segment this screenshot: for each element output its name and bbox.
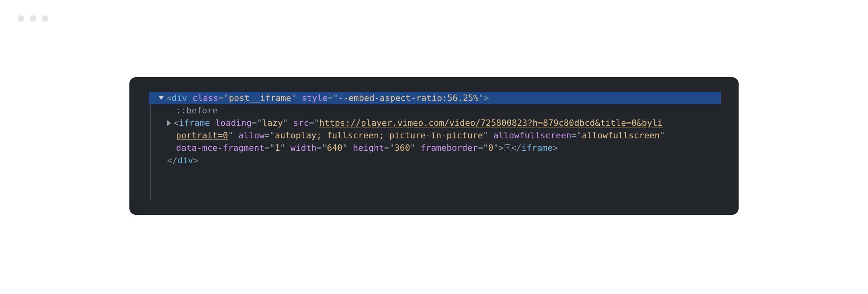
attr-value: 360 (395, 143, 410, 153)
quote: " (493, 143, 499, 153)
bracket: </ (511, 143, 522, 153)
quote: " (410, 143, 416, 153)
space (233, 130, 238, 140)
eq: =" (264, 143, 275, 153)
window-dot (18, 15, 24, 22)
disclosure-triangle-right-icon[interactable] (167, 120, 171, 126)
eq: =" (309, 118, 319, 128)
bracket: > (553, 143, 558, 153)
devtools-elements-panel[interactable]: <div class="post__iframe" style="--embed… (129, 77, 739, 215)
tag-name: div (172, 93, 187, 103)
pseudo-element-label: ::before (176, 105, 218, 115)
space (297, 93, 302, 103)
pseudo-before[interactable]: ::before (176, 104, 721, 117)
attr-height: height (353, 143, 384, 153)
attr-allowfullscreen: allowfullscreen (493, 130, 571, 140)
attr-loading: loading (215, 118, 252, 128)
quote: " (291, 93, 297, 103)
attr-src: src (293, 118, 309, 128)
attr-frameborder: frameborder (421, 143, 478, 153)
dom-node-iframe[interactable]: <iframe loading="lazy" src="https://play… (167, 117, 721, 129)
attr-value: 1 (275, 143, 280, 153)
eq: =" (328, 93, 338, 103)
attr-value: 0 (488, 143, 493, 153)
quote: " (280, 143, 285, 153)
tag-name: iframe (179, 118, 210, 128)
dom-children: ::before <iframe loading="lazy" src="htt… (147, 104, 721, 167)
bracket: < (166, 93, 172, 103)
quote: " (283, 118, 288, 128)
tag-name: iframe (522, 143, 553, 153)
space (187, 93, 192, 103)
quote: " (479, 93, 484, 103)
attr-width: width (291, 143, 317, 153)
attr-value-url[interactable]: https://player.vimeo.com/video/725800823… (319, 118, 663, 128)
space (488, 130, 493, 140)
dom-node-div-close[interactable]: </div> (167, 154, 721, 167)
attr-value: 640 (327, 143, 342, 153)
space (416, 143, 421, 153)
attr-value: autoplay; fullscreen; picture-in-picture (275, 130, 483, 140)
quote: " (483, 130, 488, 140)
attr-value-url-cont[interactable]: portrait=0 (176, 130, 228, 140)
quote: " (660, 130, 665, 140)
quote: " (228, 130, 233, 140)
dom-node-iframe-wrap2[interactable]: portrait=0" allow="autoplay; fullscreen;… (176, 129, 721, 142)
bracket: > (499, 143, 504, 153)
window-dot (42, 15, 48, 22)
dom-node-iframe-wrap3[interactable]: data-mce-fragment="1" width="640" height… (176, 142, 721, 154)
space (348, 143, 353, 153)
attr-value: lazy (262, 118, 283, 128)
eq: =" (317, 143, 327, 153)
bracket: </ (167, 155, 178, 165)
eq: =" (218, 93, 229, 103)
space (285, 143, 291, 153)
eq: =" (252, 118, 262, 128)
bracket: > (193, 155, 199, 165)
attr-name: class (192, 93, 219, 103)
quote: " (342, 143, 348, 153)
attr-data-mce-fragment: data-mce-fragment (176, 143, 264, 153)
eq: =" (384, 143, 395, 153)
attr-name: style (302, 93, 328, 103)
dom-node-div[interactable]: <div class="post__iframe" style="--embed… (149, 92, 721, 104)
window-controls (18, 15, 48, 22)
attr-value: allowfullscreen (582, 130, 660, 140)
space (288, 118, 293, 128)
eq: =" (571, 130, 582, 140)
bracket: > (484, 93, 489, 103)
collapsed-children-ellipsis-icon[interactable]: ⋯ (504, 144, 511, 151)
window-dot (30, 15, 36, 22)
attr-allow: allow (238, 130, 264, 140)
bracket: < (174, 118, 179, 128)
eq: =" (478, 143, 488, 153)
space (210, 118, 215, 128)
eq: =" (264, 130, 275, 140)
tag-name: div (178, 155, 193, 165)
attr-value: --embed-aspect-ratio:56.25% (338, 93, 479, 103)
attr-value: post__iframe (229, 93, 291, 103)
disclosure-triangle-down-icon[interactable] (158, 96, 164, 100)
